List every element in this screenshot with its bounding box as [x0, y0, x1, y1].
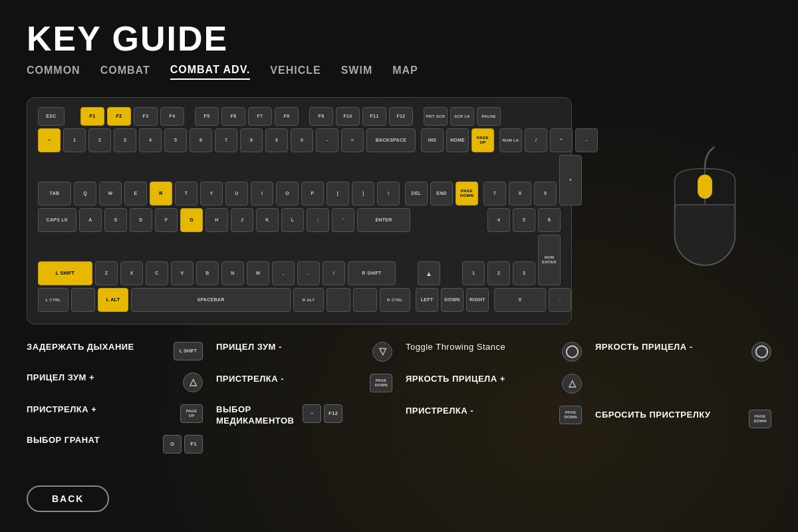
key-z: Z	[95, 261, 118, 285]
key-semicolon: ;	[307, 208, 329, 232]
key-f2: F2	[107, 107, 131, 126]
binding-scope-zoom-plus: ПРИЦЕЛ ЗУМ + △	[27, 372, 203, 392]
tab-combat-adv[interactable]: COMBAT ADV.	[170, 64, 251, 80]
key-f9: F9	[309, 107, 333, 126]
key-r: R	[150, 182, 172, 205]
tab-common[interactable]: COMMON	[27, 65, 80, 79]
key-w: W	[99, 182, 122, 205]
bkey-f12: F12	[324, 404, 342, 423]
key-j: J	[231, 208, 253, 232]
key-enter: ENTER	[357, 208, 410, 232]
key-s: S	[104, 208, 127, 232]
key-minus: -	[316, 128, 338, 152]
key-h: H	[205, 208, 228, 232]
key-f11: F11	[362, 107, 386, 126]
key-num6: 6	[538, 208, 561, 232]
key-rshift: R SHIFT	[348, 261, 396, 285]
binding-zeroing-minus-2: ПРИСТРЕЛКА - PAGEDOWN	[406, 406, 582, 424]
mouse-svg	[658, 144, 751, 277]
bkey-g: G	[163, 435, 182, 454]
key-right: RIGHT	[466, 288, 489, 312]
key-9: 9	[265, 128, 288, 152]
key-i: I	[251, 182, 273, 205]
key-comma: ,	[272, 261, 295, 285]
binding-zeroing-plus: ПРИСТРЕЛКА + PAGEUp	[27, 404, 203, 423]
key-rctrl: R CTRL	[380, 288, 410, 312]
binding-grenade-select: ВЫБОР ГРАНАТ G F1	[27, 435, 203, 454]
bkey-mouse-scroll-down: ▽	[372, 342, 392, 362]
key-p: P	[301, 182, 324, 205]
tab-combat[interactable]: COMBAT	[100, 65, 150, 79]
key-f1: F1	[80, 107, 104, 126]
key-lalt: L ALT	[98, 288, 128, 312]
key-home: HOME	[446, 128, 469, 152]
bkey-mouse-btn: ◯	[562, 342, 582, 362]
bkey-mouse-btn2: ◯	[751, 342, 771, 362]
key-ins: INS	[421, 128, 444, 152]
key-b: B	[196, 261, 219, 285]
bindings-section: ЗАДЕРЖАТЬ ДЫХАНИЕ L SHIFT ПРИЦЕЛ ЗУМ + △…	[0, 331, 798, 454]
key-down: DOWN	[441, 288, 464, 312]
key-1: 1	[63, 128, 86, 152]
key-2: 2	[88, 128, 111, 152]
key-lbracket: [	[327, 182, 349, 205]
key-numlk: NUM LK	[499, 128, 522, 152]
key-end: END	[430, 182, 453, 205]
key-o: O	[276, 182, 299, 205]
key-num7: 7	[483, 182, 506, 205]
key-d: D	[130, 208, 152, 232]
key-scr: SCR LK	[450, 107, 474, 126]
tab-map[interactable]: MAP	[392, 65, 418, 79]
key-f5: F5	[195, 107, 219, 126]
key-l: L	[281, 208, 304, 232]
key-f3: F3	[134, 107, 158, 126]
key-rbracket: ]	[352, 182, 374, 205]
keyboard-section: ESC F1 F2 F3 F4 F5 F6 F7 F8 F9 F10 F11 F…	[0, 90, 798, 331]
keyboard: ESC F1 F2 F3 F4 F5 F6 F7 F8 F9 F10 F11 F…	[27, 97, 572, 325]
bkey-pageup: PAGEUp	[180, 404, 203, 423]
key-3: 3	[114, 128, 136, 152]
bkey-pagedown-4: PAGEDOWN	[749, 410, 771, 428]
key-num-dot: .	[549, 288, 571, 312]
key-tab: TAB	[38, 182, 71, 205]
key-num-slash: /	[525, 128, 547, 152]
binding-meds-select: ВЫБОР МЕДИКАМЕНТОВ ~ F12	[216, 404, 392, 427]
mouse-illustration	[638, 144, 771, 277]
tab-vehicle[interactable]: VEHICLE	[270, 65, 321, 79]
key-lshift: L SHIFT	[38, 261, 92, 285]
svg-rect-1	[698, 174, 712, 198]
binding-toggle-throw: Toggle Throwing Stance ◯	[406, 342, 582, 362]
key-6: 6	[190, 128, 212, 152]
key-num-minus: -	[575, 128, 598, 152]
binding-hold-breath: ЗАДЕРЖАТЬ ДЫХАНИЕ L SHIFT	[27, 342, 203, 360]
back-button[interactable]: BACK	[27, 485, 109, 512]
bkey-pagedown-3: PAGEDOWN	[559, 406, 582, 424]
key-ralt: R ALT	[293, 288, 324, 312]
key-0: 0	[291, 128, 313, 152]
key-up: ▲	[418, 261, 440, 285]
key-del: DEL	[405, 182, 428, 205]
key-y: Y	[200, 182, 223, 205]
key-v: V	[171, 261, 194, 285]
key-num4: 4	[487, 208, 510, 232]
key-tilde: ~	[38, 128, 61, 152]
page-title: KEY GUIDE	[0, 0, 798, 64]
key-equals: =	[341, 128, 364, 152]
key-prt: PRT SCR	[424, 107, 448, 126]
key-f8: F8	[275, 107, 299, 126]
tab-swim[interactable]: SWIM	[341, 65, 373, 79]
key-num8: 8	[509, 182, 531, 205]
binding-reset-zeroing: СБРОСИТЬ ПРИСТРЕЛКУ PAGEDOWN	[595, 410, 771, 428]
key-win-l	[71, 288, 95, 312]
key-a: A	[79, 208, 102, 232]
key-num9: 9	[534, 182, 557, 205]
key-pagedown: PAGE DOWN	[456, 182, 478, 205]
key-f10: F10	[336, 107, 360, 126]
key-pageup: PAGE UP	[471, 128, 494, 152]
key-num1: 1	[462, 261, 485, 285]
key-m: M	[247, 261, 269, 285]
bkey-lshift: L SHIFT	[174, 342, 203, 360]
key-left: LEFT	[416, 288, 438, 312]
key-f4: F4	[160, 107, 184, 126]
key-f: F	[155, 208, 178, 232]
